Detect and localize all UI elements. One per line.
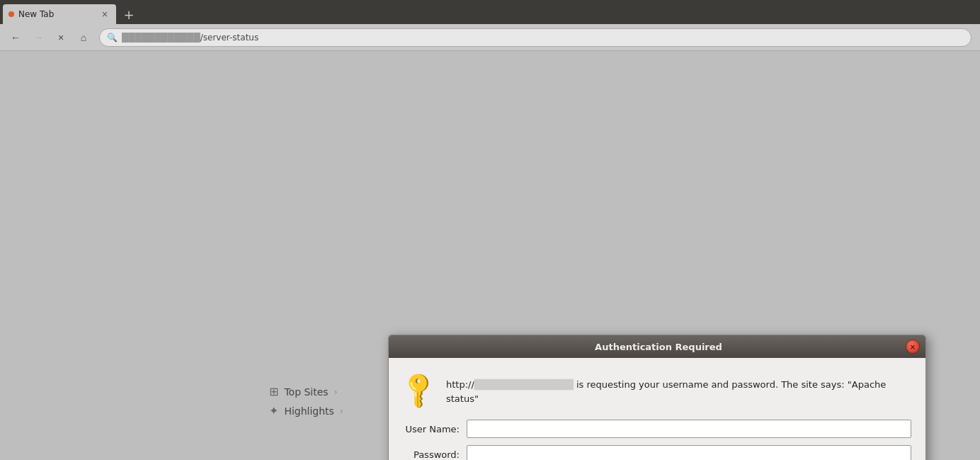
tab-bar: New Tab × + <box>0 0 980 24</box>
dialog-close-button[interactable]: × <box>906 340 920 354</box>
dialog-message-row: 🔑 http://██████████████ is requesting yo… <box>403 372 911 405</box>
back-button[interactable]: ← <box>6 28 25 47</box>
key-icon: 🔑 <box>397 368 441 412</box>
reload-stop-button[interactable]: × <box>51 28 71 47</box>
tab-indicator <box>8 11 14 17</box>
active-tab[interactable]: New Tab × <box>3 4 116 24</box>
password-row: Password: <box>403 445 911 460</box>
home-button[interactable]: ⌂ <box>74 28 93 47</box>
dialog-body: 🔑 http://██████████████ is requesting yo… <box>389 358 925 460</box>
top-sites-item[interactable]: ⊞ Top Sites › <box>269 385 343 398</box>
highlights-icon: ✦ <box>269 404 278 417</box>
top-sites-icon: ⊞ <box>269 385 278 398</box>
url-host-blurred: ████████████ <box>122 33 200 43</box>
highlights-arrow: › <box>340 406 343 416</box>
content-area: ⊞ Top Sites › ✦ Highlights › Authenticat… <box>0 51 980 460</box>
forward-icon: → <box>33 32 43 43</box>
dialog-titlebar: Authentication Required × <box>389 335 925 358</box>
url-prefix: http:// <box>446 379 474 390</box>
highlights-label: Highlights <box>284 405 334 417</box>
top-sites-arrow: › <box>334 387 338 397</box>
username-input[interactable] <box>467 420 911 438</box>
url-path: /server-status <box>200 33 258 43</box>
dialog-title: Authentication Required <box>411 342 906 352</box>
address-bar[interactable]: 🔍 ████████████/server-status <box>99 28 972 47</box>
address-bar-text: ████████████/server-status <box>122 33 964 43</box>
top-sites-label: Top Sites <box>284 386 328 398</box>
forward-button[interactable]: → <box>28 28 48 47</box>
dialog-message-text: http://██████████████ is requesting your… <box>446 372 911 405</box>
username-label: User Name: <box>403 424 467 434</box>
highlights-item[interactable]: ✦ Highlights › <box>269 404 343 417</box>
auth-dialog: Authentication Required × 🔑 http://█████… <box>388 335 926 460</box>
password-input[interactable] <box>467 445 911 460</box>
tab-title: New Tab <box>18 9 95 19</box>
password-label: Password: <box>403 449 467 460</box>
new-tab-button[interactable]: + <box>119 4 139 24</box>
tab-close-button[interactable]: × <box>99 9 110 20</box>
browser-window: New Tab × + ← → × ⌂ 🔍 ████████████/serve… <box>0 0 980 460</box>
newtab-page: ⊞ Top Sites › ✦ Highlights › <box>269 385 343 417</box>
stop-icon: × <box>58 32 64 43</box>
back-icon: ← <box>11 32 21 43</box>
navigation-bar: ← → × ⌂ 🔍 ████████████/server-status <box>0 24 980 51</box>
search-icon: 🔍 <box>107 33 118 43</box>
url-blurred: ██████████████ <box>474 379 574 390</box>
home-icon: ⌂ <box>81 32 86 43</box>
username-row: User Name: <box>403 420 911 438</box>
